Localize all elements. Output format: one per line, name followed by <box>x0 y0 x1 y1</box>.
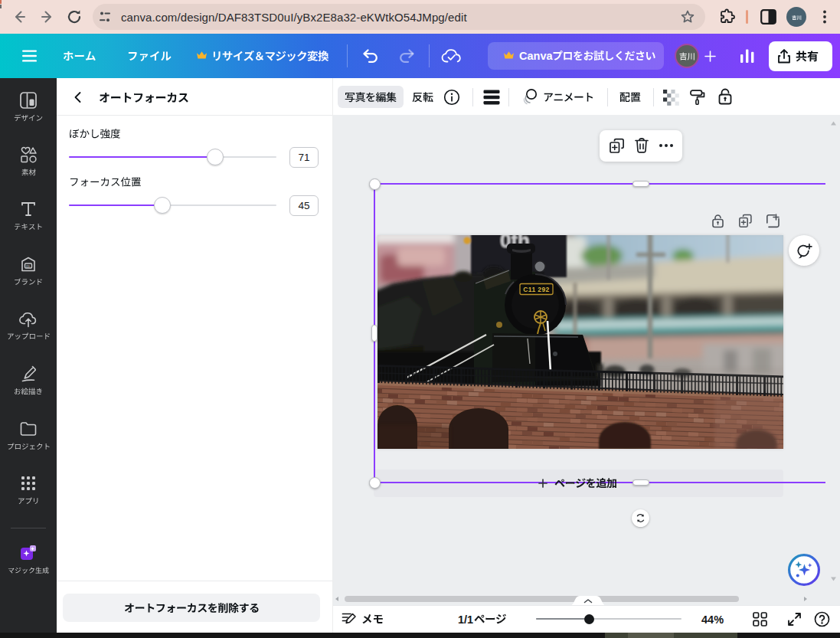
svg-text:C11 292: C11 292 <box>523 286 549 293</box>
svg-text:co.: co. <box>26 264 31 268</box>
